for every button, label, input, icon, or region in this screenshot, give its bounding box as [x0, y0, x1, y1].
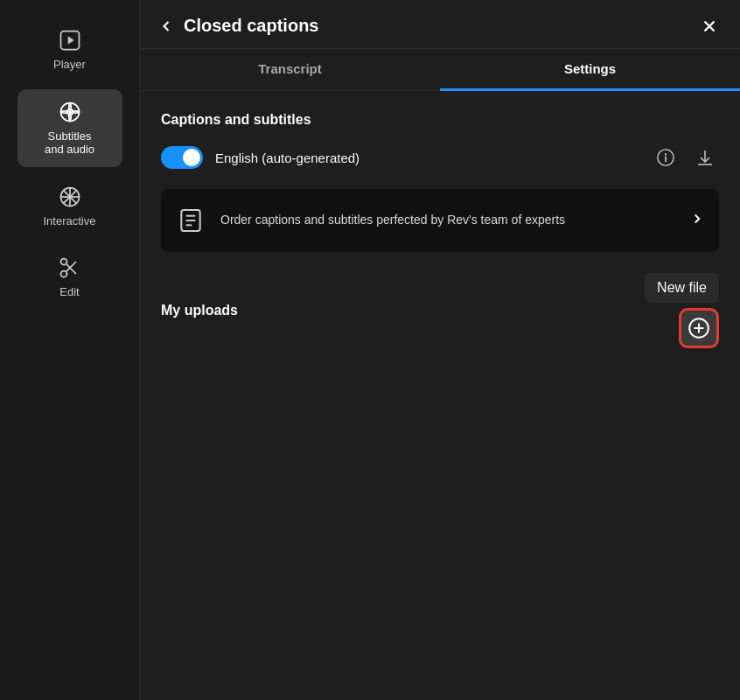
- tabs-container: Transcript Settings: [140, 49, 740, 91]
- interactive-icon: [58, 185, 82, 209]
- add-circle-icon: [688, 317, 710, 340]
- caption-download-button[interactable]: [691, 144, 719, 172]
- sidebar-item-interactive-label: Interactive: [44, 214, 96, 228]
- caption-info-button[interactable]: [653, 144, 679, 171]
- subtitles-icon: [58, 100, 82, 124]
- svg-point-5: [60, 259, 66, 265]
- order-card-arrow-icon: [689, 211, 705, 231]
- panel-title: Closed captions: [184, 16, 318, 36]
- order-card-text: Order captions and subtitles perfected b…: [220, 212, 677, 229]
- new-file-container: New file: [645, 273, 719, 348]
- sidebar-item-edit-label: Edit: [59, 285, 79, 299]
- sidebar: Player Subtitlesand audio Interactive: [0, 0, 140, 700]
- captions-section: Captions and subtitles English (auto-gen…: [161, 112, 719, 172]
- new-file-button[interactable]: [679, 308, 719, 348]
- back-arrow-icon: [157, 18, 175, 35]
- toggle-slider: [161, 146, 203, 169]
- panel-header-left: Closed captions: [157, 16, 318, 36]
- tab-settings[interactable]: Settings: [440, 49, 740, 91]
- back-button[interactable]: [157, 18, 175, 35]
- close-button[interactable]: [700, 17, 719, 36]
- caption-toggle-row: English (auto-generated): [161, 144, 719, 172]
- caption-toggle[interactable]: [161, 146, 203, 169]
- svg-point-6: [60, 271, 66, 277]
- main-panel: Closed captions Transcript Settings Capt…: [140, 0, 740, 700]
- edit-scissors-icon: [58, 256, 82, 280]
- sidebar-item-edit[interactable]: Edit: [17, 245, 122, 310]
- uploads-section: My uploads New file: [161, 273, 719, 348]
- tab-transcript[interactable]: Transcript: [140, 49, 440, 91]
- panel-content: Captions and subtitles English (auto-gen…: [140, 91, 740, 700]
- player-icon: [58, 28, 82, 52]
- new-file-tooltip: New file: [645, 273, 719, 303]
- captions-section-title: Captions and subtitles: [161, 112, 719, 128]
- order-captions-card[interactable]: Order captions and subtitles perfected b…: [161, 189, 719, 252]
- sidebar-item-player[interactable]: Player: [17, 18, 122, 82]
- close-icon: [700, 17, 719, 36]
- sidebar-item-subtitles-label: Subtitlesand audio: [45, 130, 94, 157]
- sidebar-item-subtitles[interactable]: Subtitlesand audio: [17, 89, 122, 167]
- svg-marker-1: [67, 36, 73, 44]
- sidebar-item-interactive[interactable]: Interactive: [17, 174, 122, 239]
- panel-header: Closed captions: [140, 0, 740, 49]
- document-list-icon: [177, 206, 205, 234]
- sidebar-item-player-label: Player: [53, 58, 86, 72]
- download-icon: [695, 147, 716, 168]
- info-icon: [656, 148, 675, 167]
- order-card-icon: [173, 203, 208, 238]
- caption-language-label: English (auto-generated): [215, 150, 640, 165]
- uploads-title: My uploads: [161, 303, 238, 318]
